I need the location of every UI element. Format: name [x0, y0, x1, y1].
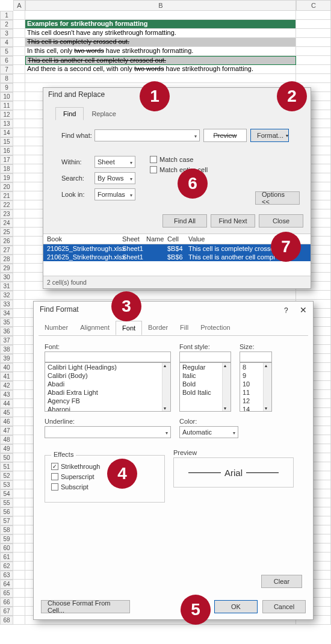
row-header-21[interactable]: 21: [0, 191, 13, 200]
row-header-12[interactable]: 12: [0, 110, 13, 119]
row-header-66[interactable]: 66: [0, 598, 13, 607]
result-row-2[interactable]: 210625_Strikethrough.xlsx Sheet1 $B$6 Th…: [43, 253, 311, 261]
row-header-4[interactable]: 4: [0, 38, 13, 47]
row-header-40[interactable]: 40: [0, 363, 13, 372]
row-header-30[interactable]: 30: [0, 273, 13, 282]
row-header-3[interactable]: 3: [0, 29, 13, 38]
row-header-52[interactable]: 52: [0, 471, 13, 480]
row-header-48[interactable]: 48: [0, 435, 13, 444]
tab-find[interactable]: Find: [55, 107, 84, 120]
row-header-16[interactable]: 16: [0, 146, 13, 155]
row-header-9[interactable]: 9: [0, 83, 13, 92]
lookin-combo[interactable]: Formulas: [94, 188, 135, 200]
row-header-45[interactable]: 45: [0, 408, 13, 417]
options-button[interactable]: Options <<: [255, 191, 300, 205]
row-header-39[interactable]: 39: [0, 354, 13, 363]
help-icon[interactable]: ?: [284, 306, 288, 315]
row-header-65[interactable]: 65: [0, 589, 13, 598]
superscript-checkbox[interactable]: Superscript: [51, 473, 158, 480]
col-header-C[interactable]: C: [296, 0, 331, 11]
underline-combo[interactable]: [45, 426, 171, 438]
row-header-34[interactable]: 34: [0, 309, 13, 318]
row-header-23[interactable]: 23: [0, 209, 13, 218]
row-header-46[interactable]: 46: [0, 417, 13, 426]
fmt-tab-protection[interactable]: Protection: [194, 321, 237, 335]
subscript-checkbox[interactable]: Subscript: [51, 483, 158, 491]
row-header-24[interactable]: 24: [0, 218, 13, 228]
row-header-14[interactable]: 14: [0, 128, 13, 137]
row-header-5[interactable]: 5: [0, 47, 13, 56]
font-input[interactable]: [45, 351, 171, 362]
row-header-42[interactable]: 42: [0, 381, 13, 390]
row-header-62[interactable]: 62: [0, 562, 13, 571]
size-input[interactable]: [240, 351, 272, 362]
row-header-7[interactable]: 7: [0, 65, 13, 74]
row-header-44[interactable]: 44: [0, 399, 13, 408]
row-header-19[interactable]: 19: [0, 173, 13, 182]
fmt-tab-font[interactable]: Font: [116, 321, 142, 335]
row-header-10[interactable]: 10: [0, 92, 13, 101]
row-header-51[interactable]: 51: [0, 462, 13, 471]
size-listbox[interactable]: 8910111214: [240, 362, 272, 412]
row-header-22[interactable]: 22: [0, 200, 13, 209]
row-header-33[interactable]: 33: [0, 300, 13, 309]
row-header-32[interactable]: 32: [0, 291, 13, 300]
row-header-64[interactable]: 64: [0, 580, 13, 589]
match-case-checkbox[interactable]: Match case: [150, 156, 208, 163]
close-button[interactable]: Close: [259, 214, 303, 228]
row-header-37[interactable]: 37: [0, 336, 13, 345]
tab-replace[interactable]: Replace: [84, 107, 123, 120]
strikethrough-checkbox[interactable]: Strikethrough: [51, 463, 158, 470]
col-header-B[interactable]: B: [25, 0, 296, 11]
row-header-13[interactable]: 13: [0, 119, 13, 128]
row-header-31[interactable]: 31: [0, 282, 13, 291]
row-header-35[interactable]: 35: [0, 318, 13, 327]
close-icon[interactable]: ✕: [300, 305, 307, 315]
fmt-tab-number[interactable]: Number: [39, 321, 74, 335]
row-header-18[interactable]: 18: [0, 164, 13, 173]
row-header-20[interactable]: 20: [0, 182, 13, 191]
row-header-49[interactable]: 49: [0, 444, 13, 453]
fmt-tab-alignment[interactable]: Alignment: [74, 321, 116, 335]
find-all-button[interactable]: Find All: [162, 214, 207, 228]
row-header-2[interactable]: 2: [0, 20, 13, 29]
row-header-63[interactable]: 63: [0, 571, 13, 580]
search-combo[interactable]: By Rows: [94, 172, 135, 184]
col-header-A[interactable]: A: [13, 0, 25, 11]
row-header-68[interactable]: 68: [0, 616, 13, 625]
row-header-17[interactable]: 17: [0, 155, 13, 164]
font-style-input[interactable]: [179, 351, 231, 362]
row-header-67[interactable]: 67: [0, 607, 13, 616]
row-header-57[interactable]: 57: [0, 516, 13, 525]
font-style-listbox[interactable]: RegularItalicBoldBold Italic: [179, 362, 231, 412]
row-header-28[interactable]: 28: [0, 255, 13, 264]
row-header-41[interactable]: 41: [0, 372, 13, 381]
row-header-50[interactable]: 50: [0, 453, 13, 462]
row-header-53[interactable]: 53: [0, 480, 13, 489]
within-combo[interactable]: Sheet: [94, 156, 135, 168]
row-header-55[interactable]: 55: [0, 498, 13, 507]
row-header-26[interactable]: 26: [0, 237, 13, 246]
find-what-input[interactable]: [94, 129, 200, 141]
fmt-tab-fill[interactable]: Fill: [174, 321, 194, 335]
ok-button[interactable]: OK: [214, 600, 258, 613]
row-header-38[interactable]: 38: [0, 345, 13, 354]
cancel-button[interactable]: Cancel: [262, 600, 306, 613]
row-header-59[interactable]: 59: [0, 534, 13, 543]
row-header-27[interactable]: 27: [0, 246, 13, 255]
row-header-47[interactable]: 47: [0, 426, 13, 435]
clear-button[interactable]: Clear: [261, 575, 302, 588]
row-header-61[interactable]: 61: [0, 553, 13, 562]
row-header-15[interactable]: 15: [0, 137, 13, 146]
row-header-1[interactable]: 1: [0, 11, 13, 20]
row-header-8[interactable]: 8: [0, 74, 13, 83]
fmt-tab-border[interactable]: Border: [142, 321, 174, 335]
row-header-60[interactable]: 60: [0, 543, 13, 553]
row-header-58[interactable]: 58: [0, 525, 13, 534]
row-header-54[interactable]: 54: [0, 489, 13, 498]
row-header-6[interactable]: 6: [0, 56, 13, 65]
color-combo[interactable]: Automatic: [179, 426, 238, 438]
row-header-36[interactable]: 36: [0, 327, 13, 336]
row-header-29[interactable]: 29: [0, 264, 13, 273]
choose-format-button[interactable]: Choose Format From Cell...: [41, 600, 130, 613]
